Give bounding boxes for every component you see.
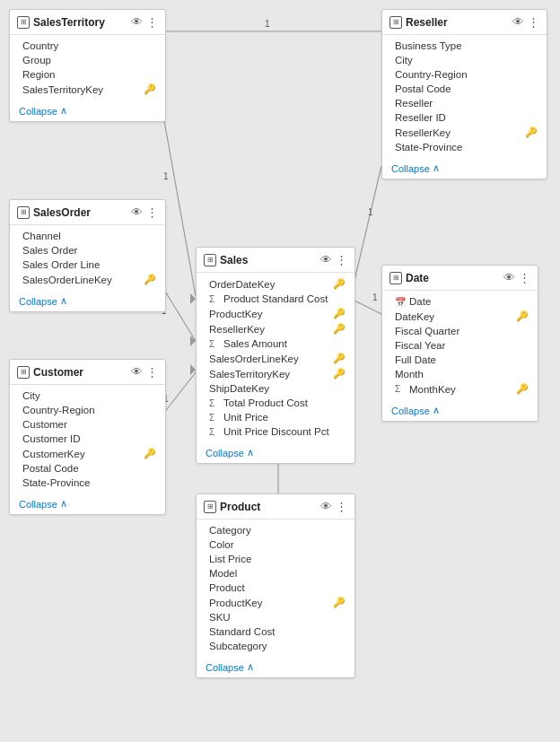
svg-text:1: 1 — [372, 292, 378, 302]
sales-more-icon[interactable]: ⋮ — [336, 253, 347, 266]
product-collapse[interactable]: Collapse ∧ — [197, 657, 354, 677]
product-actions[interactable]: 👁 ⋮ — [320, 500, 347, 513]
date-actions[interactable]: 👁 ⋮ — [503, 271, 530, 284]
field-customerid: Customer ID — [10, 432, 165, 446]
product-header: ⊞ Product 👁 ⋮ — [197, 494, 354, 519]
field-customerkey: CustomerKey 🔑 — [10, 446, 165, 461]
field-model: Model — [197, 566, 354, 581]
key-icon-11: 🔑 — [516, 383, 529, 395]
field-reseller: Reseller — [382, 96, 547, 110]
reseller-title: Reseller — [406, 16, 509, 29]
salesterritory-icon: ⊞ — [17, 16, 30, 29]
field-shipdatekey: ShipDateKey — [197, 381, 354, 396]
field-reseller-state: State-Province — [382, 140, 547, 154]
salesorder-title: SalesOrder — [33, 206, 127, 219]
sigma-icon-1: Σ — [209, 294, 220, 304]
field-reseller-city: City — [382, 53, 547, 67]
customer-title: Customer — [33, 366, 127, 379]
table-date: ⊞ Date 👁 ⋮ 📅 Date DateKey 🔑 Fiscal Quart… — [381, 265, 538, 422]
field-product: Product — [197, 581, 354, 595]
customer-collapse[interactable]: Collapse ∧ — [10, 493, 165, 514]
key-icon-5: 🔑 — [333, 278, 346, 290]
field-resellerkey: ResellerKey 🔑 — [382, 125, 547, 140]
svg-text:1: 1 — [265, 19, 270, 29]
product-more-icon[interactable]: ⋮ — [336, 500, 347, 513]
field-city: City — [10, 388, 165, 403]
field-salesterritorykey-sales: SalesTerritoryKey 🔑 — [197, 366, 354, 381]
salesterritory-more-icon[interactable]: ⋮ — [146, 15, 158, 29]
salesterritory-fields: Country Group Region SalesTerritoryKey 🔑 — [10, 35, 165, 100]
svg-text:1: 1 — [368, 207, 373, 217]
field-standardcost: Standard Cost — [197, 624, 354, 639]
field-sku: SKU — [197, 610, 354, 624]
product-fields: Category Color List Price Model Product … — [197, 519, 354, 657]
field-subcategory: Subcategory — [197, 639, 354, 653]
customer-more-icon[interactable]: ⋮ — [146, 365, 158, 379]
product-eye-icon[interactable]: 👁 — [320, 500, 332, 513]
customer-actions[interactable]: 👁 ⋮ — [131, 365, 158, 379]
reseller-eye-icon[interactable]: 👁 — [512, 15, 524, 29]
reseller-fields: Business Type City Country-Region Postal… — [382, 35, 547, 158]
field-reseller-postal: Postal Code — [382, 82, 547, 96]
field-customer: Customer — [10, 417, 165, 432]
field-unitpricediscountpct: Σ Unit Price Discount Pct — [197, 424, 354, 439]
product-title: Product — [220, 501, 317, 513]
salesterritory-collapse[interactable]: Collapse ∧ — [10, 100, 165, 121]
field-listprice: List Price — [197, 552, 354, 566]
key-icon-4: 🔑 — [525, 127, 538, 138]
field-datekey: DateKey 🔑 — [382, 309, 538, 324]
field-country: Country — [10, 39, 165, 53]
sigma-icon-4: Σ — [209, 413, 220, 423]
sales-actions[interactable]: 👁 ⋮ — [320, 253, 347, 266]
sales-eye-icon[interactable]: 👁 — [320, 253, 332, 266]
date-more-icon[interactable]: ⋮ — [519, 271, 530, 284]
field-monthkey: Σ MonthKey 🔑 — [382, 381, 538, 397]
field-stateprovince: State-Province — [10, 476, 165, 490]
sales-title: Sales — [220, 254, 317, 266]
sigma-icon-3: Σ — [209, 398, 220, 408]
reseller-actions[interactable]: 👁 ⋮ — [512, 15, 539, 29]
salesorder-fields: Channel Sales Order Sales Order Line Sal… — [10, 225, 165, 291]
salesorder-more-icon[interactable]: ⋮ — [146, 205, 158, 219]
field-month: Month — [382, 367, 538, 381]
key-icon-12: 🔑 — [333, 597, 346, 608]
salesorder-actions[interactable]: 👁 ⋮ — [131, 205, 158, 219]
svg-text:1: 1 — [163, 171, 169, 181]
field-unitprice: Σ Unit Price — [197, 410, 354, 424]
table-salesterritory: ⊞ SalesTerritory 👁 ⋮ Country Group Regio… — [9, 9, 166, 122]
date-header: ⊞ Date 👁 ⋮ — [382, 266, 538, 291]
field-resellerkey-sales: ResellerKey 🔑 — [197, 321, 354, 336]
field-businesstype: Business Type — [382, 39, 547, 53]
field-productstandardcost: Σ Product Standard Cost — [197, 292, 354, 306]
reseller-collapse[interactable]: Collapse ∧ — [382, 158, 547, 179]
salesorder-collapse[interactable]: Collapse ∧ — [10, 291, 165, 311]
cal-icon-1: 📅 — [395, 297, 406, 307]
key-icon-6: 🔑 — [333, 308, 346, 319]
date-icon: ⊞ — [389, 272, 402, 284]
sales-collapse[interactable]: Collapse ∧ — [197, 442, 354, 463]
field-country-region: Country-Region — [10, 403, 165, 417]
salesterritory-header: ⊞ SalesTerritory 👁 ⋮ — [10, 10, 165, 35]
reseller-more-icon[interactable]: ⋮ — [528, 15, 539, 29]
field-category: Category — [197, 523, 354, 537]
field-resellerid: Reseller ID — [382, 110, 547, 125]
field-productkey-product: ProductKey 🔑 — [197, 595, 354, 610]
date-collapse[interactable]: Collapse ∧ — [382, 400, 538, 421]
date-eye-icon[interactable]: 👁 — [503, 271, 515, 284]
field-totalproductcost: Σ Total Product Cost — [197, 396, 354, 410]
field-fiscalyear: Fiscal Year — [382, 338, 538, 353]
field-fiscalquarter: Fiscal Quarter — [382, 324, 538, 338]
salesterritory-eye-icon[interactable]: 👁 — [131, 15, 143, 29]
field-date: 📅 Date — [382, 294, 538, 309]
key-icon-10: 🔑 — [516, 310, 529, 322]
key-icon-7: 🔑 — [333, 323, 346, 335]
salesorder-eye-icon[interactable]: 👁 — [131, 205, 143, 219]
diagram-canvas: 1 1 1 1 1 1 1 1 — [0, 0, 560, 742]
field-salesorderline: Sales Order Line — [10, 258, 165, 272]
salesterritory-actions[interactable]: 👁 ⋮ — [131, 15, 158, 29]
field-channel: Channel — [10, 229, 165, 243]
sigma-icon-6: Σ — [395, 384, 406, 394]
field-orderdatekey: OrderDateKey 🔑 — [197, 276, 354, 292]
sales-icon: ⊞ — [204, 254, 216, 266]
customer-eye-icon[interactable]: 👁 — [131, 365, 143, 379]
